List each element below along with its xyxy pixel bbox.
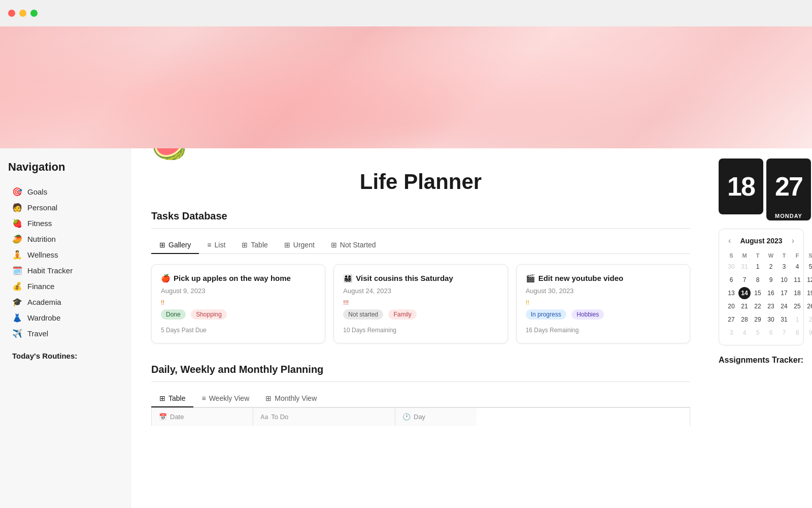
table-icon: ⊞ [242,241,248,249]
calendar-day[interactable]: 23 [765,300,777,312]
sidebar-item-goals[interactable]: 🎯Goals [8,184,122,200]
card3-date: August 30, 2023 [526,287,681,295]
calendar-month-year: August 2023 [740,237,782,245]
minimize-button[interactable] [19,10,26,17]
sidebar-item-academia[interactable]: 🎓Academia [8,294,122,310]
planning-tab-weekly[interactable]: ≡ Weekly View [193,390,257,407]
calendar-day[interactable]: 20 [725,300,737,312]
calendar-day[interactable]: 30 [725,261,737,273]
calendar-day[interactable]: 31 [778,313,790,326]
calendar-day[interactable]: 10 [778,274,790,286]
page-title: Life Planner [151,170,690,194]
calendar-day[interactable]: 22 [752,300,764,312]
sidebar-item-habit-tracker[interactable]: 🗓️Habit Tracker [8,263,122,278]
planning-tab-monthly[interactable]: ⊞ Monthly View [257,390,325,407]
calendar-day[interactable]: 1 [791,313,803,326]
calendar-day[interactable]: 15 [752,287,764,299]
calendar-day[interactable]: 1 [752,261,764,273]
sidebar-item-wellness[interactable]: 🧘Wellness [8,247,122,263]
planning-section: Daily, Weekly and Monthly Planning ⊞ Tab… [151,364,690,426]
calendar-day[interactable]: 5 [804,261,812,273]
col-day: 🕐 Day [395,408,477,426]
calendar-day[interactable]: 7 [738,274,751,286]
tab-urgent[interactable]: ⊞ Urgent [276,237,323,254]
tab-list[interactable]: ≡ List [199,237,233,254]
gallery-icon: ⊞ [159,241,165,249]
card2-priority: !!! [343,299,498,306]
tasks-section-heading: Tasks Database [151,210,690,229]
calendar-day[interactable]: 6 [765,327,777,339]
sidebar-item-nutrition[interactable]: 🥭Nutrition [8,231,122,247]
calendar-day[interactable]: 7 [778,327,790,339]
close-button[interactable] [8,10,15,17]
calendar-day[interactable]: 18 [791,287,803,299]
titlebar [0,0,812,26]
sidebar-item-wardrobe[interactable]: 👗Wardrobe [8,310,122,326]
calendar-day[interactable]: 2 [765,261,777,273]
calendar-day[interactable]: 5 [752,327,764,339]
calendar-day[interactable]: 31 [738,261,751,273]
calendar-day[interactable]: 30 [765,313,777,326]
calendar-day[interactable]: 6 [725,274,737,286]
sidebar-item-fitness[interactable]: 🍓Fitness [8,215,122,231]
calendar-next-button[interactable]: › [789,235,797,246]
calendar-day[interactable]: 25 [791,300,803,312]
calendar-day[interactable]: 21 [738,300,751,312]
assignments-section: Assignments Tracker: [719,356,804,365]
tab-not-started[interactable]: ⊞ Not Started [323,237,384,254]
card2-badges: Not started Family [343,309,498,323]
calendar-day[interactable]: 27 [725,313,737,326]
calendar-day[interactable]: 3 [725,327,737,339]
task-card-2[interactable]: 👨‍👩‍👧‍👦 Visit cousins this Saturday Augu… [333,264,507,343]
planning-section-heading: Daily, Weekly and Monthly Planning [151,364,690,382]
calendar-prev-button[interactable]: ‹ [725,235,734,246]
page-icon: 🍉 [151,148,187,164]
sidebar-item-travel[interactable]: ✈️Travel [8,326,122,341]
calendar-day[interactable]: 8 [752,274,764,286]
calendar-day[interactable]: 28 [738,313,751,326]
calendar-day[interactable]: 26 [804,300,812,312]
planning-weekly-icon: ≡ [201,394,206,402]
tasks-tab-bar: ⊞ Gallery ≡ List ⊞ Table ⊞ Urgent ⊞ No [151,237,690,254]
cal-header-S: S [804,251,812,260]
task-card-1[interactable]: 🍎 Pick up apples on the way home August … [151,264,325,343]
card2-category-badge: Family [388,309,416,320]
calendar-day[interactable]: 29 [752,313,764,326]
sidebar-item-personal[interactable]: 🧑Personal [8,200,122,215]
sidebar-item-label-finance: Finance [27,282,54,291]
calendar-day[interactable]: 16 [765,287,777,299]
tab-table[interactable]: ⊞ Table [233,237,276,254]
calendar-day[interactable]: 2 [804,313,812,326]
calendar-day[interactable]: 9 [765,274,777,286]
sidebar-item-label-habit-tracker: Habit Tracker [27,266,73,275]
date-col-icon: 📅 [159,413,167,421]
calendar-day[interactable]: 11 [791,274,803,286]
calendar-day[interactable]: 3 [778,261,790,273]
sidebar-item-finance[interactable]: 💰Finance [8,278,122,294]
calendar-day[interactable]: 19 [804,287,812,299]
calendar-day[interactable]: 4 [738,327,751,339]
planning-tab-table[interactable]: ⊞ Table [151,390,193,407]
calendar-day[interactable]: 9 [804,327,812,339]
sidebar-item-emoji-goals: 🎯 [12,187,22,197]
calendar-day[interactable]: 4 [791,261,803,273]
sidebar-item-label-travel: Travel [27,329,48,338]
calendar-day[interactable]: 13 [725,287,737,299]
sidebar-item-label-nutrition: Nutrition [27,235,56,243]
planning-tab-bar: ⊞ Table ≡ Weekly View ⊞ Monthly View [151,390,690,407]
sidebar-item-emoji-travel: ✈️ [12,329,22,338]
sidebar-item-emoji-habit-tracker: 🗓️ [12,266,22,275]
maximize-button[interactable] [30,10,38,17]
calendar-day[interactable]: 24 [778,300,790,312]
tab-gallery[interactable]: ⊞ Gallery [151,237,199,254]
col-date: 📅 Date [152,408,253,426]
todo-col-icon: Aa [260,414,268,421]
calendar-day[interactable]: 12 [804,274,812,286]
routines-title: Today's Routines: [8,352,122,360]
calendar-today[interactable]: 14 [738,287,751,299]
task-card-3[interactable]: 🎬 Edit new youtube video August 30, 2023… [516,264,690,343]
calendar-day[interactable]: 17 [778,287,790,299]
calendar-day[interactable]: 8 [791,327,803,339]
card1-priority: !! [161,299,316,306]
sidebar-item-emoji-academia: 🎓 [12,297,22,307]
